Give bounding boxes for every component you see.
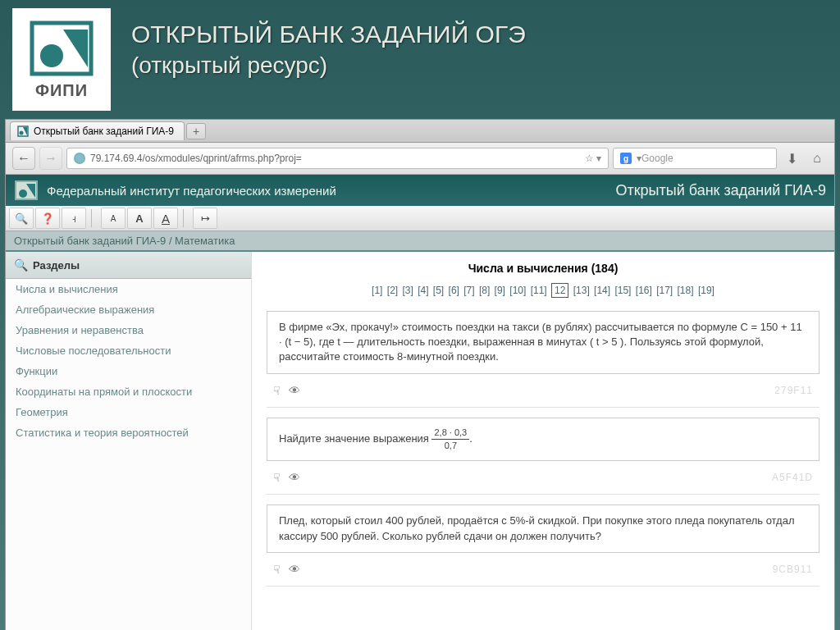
sidebar-item[interactable]: Статистика и теория вероятностей [6, 422, 251, 443]
sidebar: 🔍 Разделы Числа и вычисленияАлгебраическ… [6, 252, 252, 630]
fipi-logo: ФИПИ [12, 8, 111, 111]
new-tab-button[interactable]: + [186, 123, 206, 139]
download-button[interactable]: ⬇ [781, 148, 802, 169]
page-link[interactable]: [7] [463, 285, 474, 296]
address-bar: ← → 79.174.69.4/os/xmodules/qprint/afrms… [6, 143, 834, 175]
sidebar-item[interactable]: Координаты на прямой и плоскости [6, 381, 251, 402]
task-footer: ☟👁A5F41D [267, 468, 819, 495]
task-footer: ☟👁9CB911 [267, 559, 819, 587]
page-toolbar: 🔍 ❓ ⫞ A A A ↦ [6, 206, 834, 231]
page-header: Федеральный институт педагогических изме… [6, 175, 834, 206]
search-input[interactable]: g ▾ Google [613, 148, 777, 169]
page-link[interactable]: [13] [573, 285, 590, 296]
search-icon[interactable]: 🔍 [9, 208, 34, 229]
page-link[interactable]: [6] [449, 285, 459, 296]
institute-name: Федеральный институт педагогических изме… [47, 184, 336, 198]
tab-favicon-icon [17, 126, 29, 137]
sidebar-item[interactable]: Геометрия [6, 402, 251, 422]
sidebar-item[interactable]: Функции [6, 361, 251, 381]
sidebar-heading: 🔍 Разделы [6, 252, 251, 279]
globe-icon [74, 153, 85, 164]
sidebar-item[interactable]: Числа и вычисления [6, 279, 251, 299]
pointer-icon[interactable]: ☟ [273, 471, 281, 484]
browser-window: Открытый банк заданий ГИА-9 + ← → 79.174… [5, 119, 835, 630]
page-link[interactable]: [2] [387, 285, 398, 296]
page-link[interactable]: [9] [495, 285, 505, 296]
bookmark-dropdown-icon[interactable]: ☆ ▾ [585, 153, 601, 164]
help-icon[interactable]: ❓ [35, 208, 60, 229]
home-button[interactable]: ⌂ [806, 148, 828, 169]
task-id: 9CB911 [773, 564, 813, 575]
task-footer: ☟👁279F11 [267, 381, 819, 408]
tab-bar: Открытый банк заданий ГИА-9 + [6, 120, 834, 143]
page-link[interactable]: [4] [418, 285, 428, 296]
browser-tab[interactable]: Открытый банк заданий ГИА-9 [10, 121, 185, 140]
slide-title: ОТКРЫТЫЙ БАНК ЗАДАНИЙ ОГЭ (открытый ресу… [111, 8, 526, 79]
eye-icon[interactable]: 👁 [289, 384, 300, 397]
page-link[interactable]: [18] [678, 285, 694, 296]
page-link[interactable]: [15] [614, 285, 631, 296]
url-input[interactable]: 79.174.69.4/os/xmodules/qprint/afrms.php… [66, 148, 609, 169]
page-link[interactable]: [11] [531, 285, 547, 296]
font-small-button[interactable]: A [101, 208, 126, 229]
svg-point-5 [19, 189, 27, 198]
svg-point-1 [40, 44, 63, 67]
sidebar-item[interactable]: Уравнения и неравенства [6, 320, 251, 340]
font-medium-button[interactable]: A [127, 208, 152, 229]
fipi-logo-label: ФИПИ [35, 81, 88, 100]
fipi-logo-icon [29, 20, 94, 77]
pointer-icon[interactable]: ☟ [273, 384, 281, 397]
task-id: A5F41D [772, 472, 813, 483]
svg-point-3 [20, 131, 24, 135]
exit-icon[interactable]: ↦ [193, 208, 217, 229]
google-icon: g [620, 153, 632, 164]
task-card: Найдите значение выражения 2,8 · 0,30,7. [267, 418, 819, 462]
page-link[interactable]: [19] [698, 285, 714, 296]
eye-icon[interactable]: 👁 [289, 563, 300, 576]
tab-title: Открытый банк заданий ГИА-9 [34, 126, 174, 137]
sidebar-item[interactable]: Числовые последовательности [6, 340, 251, 361]
page-link[interactable]: [10] [509, 285, 526, 296]
page-link[interactable]: [16] [636, 285, 652, 296]
sidebar-item[interactable]: Алгебраические выражения [6, 299, 251, 320]
back-button[interactable]: ← [12, 147, 35, 170]
page-link[interactable]: [14] [594, 285, 610, 296]
task-card: Плед, который стоил 400 рублей, продаётс… [267, 504, 819, 552]
task-id: 279F11 [774, 385, 813, 396]
task-card: В фирме «Эх, прокачу!» стоимость поездки… [267, 311, 819, 374]
pointer-icon[interactable]: ☟ [273, 563, 281, 576]
page-link[interactable]: [5] [433, 285, 444, 296]
main-content: Числа и вычисления (184) [1] [2] [3] [4]… [252, 252, 834, 630]
bank-title: Открытый банк заданий ГИА-9 [615, 182, 826, 199]
page-link[interactable]: [1] [372, 285, 382, 296]
breadcrumb: Открытый банк заданий ГИА-9 / Математика [6, 231, 834, 252]
search-icon: 🔍 [14, 258, 28, 272]
page-link[interactable]: [3] [402, 285, 413, 296]
page-link[interactable]: 12 [551, 283, 568, 298]
stats-icon[interactable]: ⫞ [62, 208, 86, 229]
page-logo-icon [14, 180, 39, 201]
page-link[interactable]: [17] [656, 285, 673, 296]
eye-icon[interactable]: 👁 [289, 471, 300, 484]
slide-subtitle: (открытый ресурс) [131, 52, 526, 79]
forward-button[interactable]: → [39, 147, 62, 170]
section-title: Числа и вычисления (184) [267, 262, 819, 275]
font-large-button[interactable]: A [153, 208, 178, 229]
page-link[interactable]: [8] [479, 285, 490, 296]
pagination: [1] [2] [3] [4] [5] [6] [7] [8] [9] [10]… [267, 285, 819, 296]
